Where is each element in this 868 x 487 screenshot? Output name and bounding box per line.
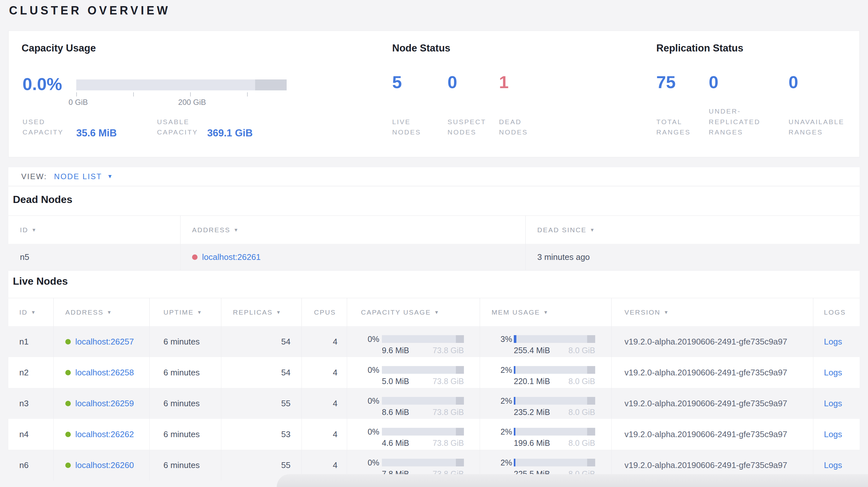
node-list-dropdown[interactable]: NODE LIST ▼ — [54, 172, 113, 181]
node-address-cell: localhost:26258 — [54, 357, 150, 388]
sort-desc-icon: ▼ — [197, 310, 203, 315]
column-header-label: REPLICAS — [233, 309, 273, 316]
dead-nodes-label: DEAD NODES — [499, 117, 541, 138]
mem-usage-cell: 3% 255.4 MiB 8.0 GiB — [480, 326, 612, 357]
live-status-dot — [65, 401, 71, 406]
sort-desc-icon: ▼ — [434, 310, 439, 315]
column-header-address[interactable]: ADDRESS ▼ — [54, 298, 150, 326]
column-header-label: CAPACITY USAGE — [361, 309, 431, 316]
mem-total-value: 8.0 GiB — [568, 377, 595, 386]
node-address-link[interactable]: localhost:26258 — [75, 368, 134, 378]
column-header-id[interactable]: ID ▼ — [8, 216, 181, 244]
column-header-replicas[interactable]: REPLICAS ▼ — [221, 298, 302, 326]
sort-desc-icon: ▼ — [32, 227, 37, 233]
column-header-dead-since[interactable]: DEAD SINCE ▼ — [526, 216, 860, 244]
mem-total-value: 8.0 GiB — [568, 408, 595, 417]
column-header-capacity-usage[interactable]: CAPACITY USAGE ▼ — [347, 298, 480, 326]
capacity-percent-label: 0% — [347, 458, 379, 467]
mem-usage-bar — [514, 459, 595, 466]
node-address-link[interactable]: localhost:26259 — [75, 398, 134, 409]
capacity-percent-label: 0% — [347, 334, 379, 344]
uptime-cell: 6 minutes — [150, 326, 221, 357]
dead-nodes-header-row: ID ▼ ADDRESS ▼ DEAD SINCE ▼ — [8, 216, 860, 244]
capacity-percent: 0.0% — [23, 74, 62, 94]
mem-usage-cell: 2% 235.2 MiB 8.0 GiB — [480, 388, 612, 419]
live-node-row: n2 localhost:26258 6 minutes 54 4 0% 5.0… — [8, 357, 860, 388]
uptime-cell: 6 minutes — [150, 419, 221, 450]
capacity-percent-label: 0% — [347, 396, 379, 405]
total-ranges-label: TOTAL RANGES — [656, 117, 698, 138]
capacity-total-value: 73.8 GiB — [433, 439, 464, 448]
under-replicated-ranges-label: UNDER-REPLICATED RANGES — [709, 106, 776, 138]
logs-cell: Logs — [813, 326, 860, 357]
capacity-used-value: 9.6 MiB — [382, 346, 409, 355]
sort-desc-icon: ▼ — [234, 227, 239, 233]
sort-desc-icon: ▼ — [664, 310, 669, 315]
logs-link[interactable]: Logs — [824, 337, 842, 347]
mem-usage-bar — [514, 335, 595, 343]
mem-bar-reserved-segment — [587, 428, 595, 435]
bottom-shadow — [277, 474, 868, 487]
live-nodes-heading: Live Nodes — [13, 275, 68, 287]
node-address-link[interactable]: localhost:26257 — [75, 337, 134, 347]
node-id-cell: n5 — [8, 244, 181, 270]
column-header-id[interactable]: ID ▼ — [8, 298, 54, 326]
mem-percent-label: 2% — [480, 427, 512, 436]
page-title: CLUSTER OVERVIEW — [9, 4, 170, 18]
live-status-dot — [65, 462, 71, 468]
capacity-usage-bar — [76, 79, 287, 90]
node-address-cell: localhost:26259 — [54, 388, 150, 419]
node-address-link[interactable]: localhost:26262 — [75, 429, 134, 440]
node-address-link[interactable]: localhost:26260 — [75, 460, 134, 470]
column-header-address[interactable]: ADDRESS ▼ — [181, 216, 526, 244]
column-header-label: DEAD SINCE — [537, 226, 587, 234]
node-list-content: Dead Nodes ID ▼ ADDRESS ▼ DEAD SINCE ▼ n… — [8, 187, 860, 480]
capacity-total-value: 73.8 GiB — [433, 377, 464, 386]
live-node-row: n4 localhost:26262 6 minutes 53 4 0% 4.6… — [8, 419, 860, 450]
node-address-link[interactable]: localhost:26261 — [202, 252, 260, 262]
uptime-cell: 6 minutes — [150, 357, 221, 388]
node-list-dropdown-value: NODE LIST — [54, 172, 102, 181]
replication-status-heading: Replication Status — [656, 42, 743, 54]
capacity-usage-cell: 0% 4.6 MiB 73.8 GiB — [347, 419, 480, 450]
capacity-usage-bar — [382, 428, 464, 435]
capacity-tick — [76, 92, 77, 97]
column-header-uptime[interactable]: UPTIME ▼ — [150, 298, 221, 326]
mem-bar-fill — [514, 335, 516, 343]
mem-used-value: 199.6 MiB — [514, 439, 550, 448]
version-text: v19.2.0-alpha.20190606-2491-gfe735c9a97 — [624, 398, 787, 409]
mem-usage-cell: 2% 199.6 MiB 8.0 GiB — [480, 419, 612, 450]
capacity-bar-reserved-segment — [255, 79, 287, 90]
mem-total-value: 8.0 GiB — [568, 439, 595, 448]
sort-desc-icon: ▼ — [590, 227, 595, 233]
mem-percent-label: 2% — [480, 458, 512, 467]
logs-link[interactable]: Logs — [824, 398, 842, 409]
logs-link[interactable]: Logs — [824, 368, 842, 378]
column-header-mem-usage[interactable]: MEM USAGE ▼ — [480, 298, 612, 326]
logs-link[interactable]: Logs — [824, 460, 842, 470]
view-label: VIEW: — [21, 172, 47, 181]
capacity-percent-label: 0% — [347, 365, 379, 375]
capacity-bar-reserved-segment — [456, 459, 464, 466]
node-id-cell: n6 — [8, 450, 54, 481]
capacity-usage-heading: Capacity Usage — [22, 42, 96, 54]
live-status-dot — [65, 339, 71, 345]
column-header-version[interactable]: VERSION ▼ — [612, 298, 813, 326]
column-header-label: ID — [19, 309, 28, 316]
capacity-tick — [247, 92, 248, 97]
capacity-bar-reserved-segment — [456, 397, 464, 404]
capacity-usage-bar — [382, 335, 464, 343]
mem-percent-label: 2% — [480, 365, 512, 375]
version-text: v19.2.0-alpha.20190606-2491-gfe735c9a97 — [624, 429, 787, 440]
column-header-label: MEM USAGE — [492, 309, 540, 316]
sort-desc-icon: ▼ — [31, 310, 36, 315]
capacity-usage-bar — [382, 459, 464, 466]
live-nodes-header-row: ID ▼ ADDRESS ▼ UPTIME ▼ REPLICAS ▼ CPUS … — [8, 298, 860, 326]
dead-status-dot — [192, 254, 197, 260]
logs-link[interactable]: Logs — [824, 429, 842, 440]
capacity-used-value: 4.6 MiB — [382, 439, 409, 448]
capacity-tick-label-0: 0 GiB — [68, 98, 88, 107]
replicas-cell: 53 — [221, 419, 302, 450]
capacity-percent-label: 0% — [347, 427, 379, 436]
column-header-label: UPTIME — [163, 309, 194, 316]
